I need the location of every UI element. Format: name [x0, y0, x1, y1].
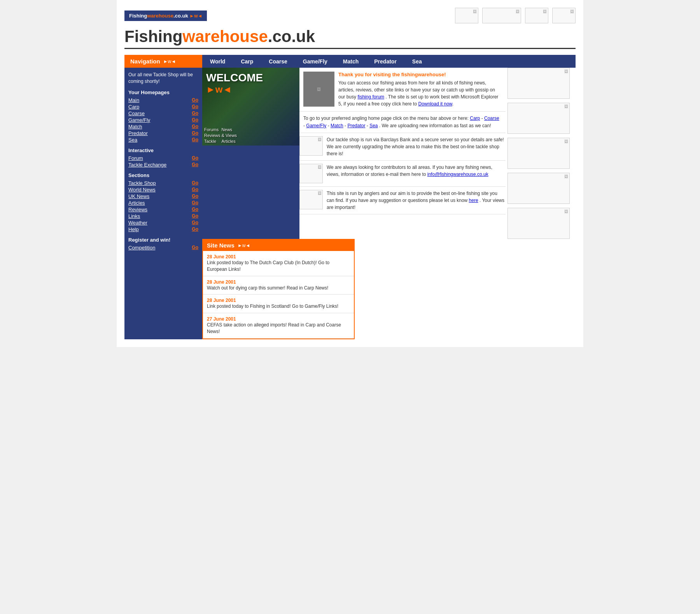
top-icon-2[interactable]: [482, 8, 521, 23]
sidebar-go-articles[interactable]: Go: [192, 200, 198, 205]
news-item-4: 27 June 2001 CEFAS take action on allege…: [203, 313, 354, 339]
sidebar-link-competition[interactable]: Competition: [128, 245, 155, 251]
sidebar-link-main[interactable]: Main: [128, 97, 139, 103]
far-right-img-3[interactable]: [508, 138, 570, 169]
top-logo-bar: Fishingwarehouse.co.uk ►w◄: [124, 8, 576, 23]
sidebar-link-weather[interactable]: Weather: [128, 220, 147, 226]
site-news-row: Site News ►w◄ 28 June 2001 Link posted t…: [202, 239, 576, 339]
nav-label: Navigation: [130, 58, 160, 65]
top-icon-1[interactable]: [455, 8, 478, 23]
sidebar-link-carp[interactable]: Carp: [128, 104, 139, 110]
far-right-img-1[interactable]: [508, 68, 570, 99]
nav-carp-link[interactable]: Carp: [470, 116, 480, 121]
sidebar-item-forum: Forum Go: [128, 155, 198, 161]
sidebar-go-reviews[interactable]: Go: [192, 207, 198, 212]
welcome-menu-forums[interactable]: Forums: [204, 127, 220, 132]
sidebar-link-gamefly[interactable]: Game/Fly: [128, 117, 150, 123]
welcome-menu-articles[interactable]: Articles: [222, 139, 238, 144]
sidebar-link-tackle-exchange[interactable]: Tackle Exchange: [128, 162, 166, 168]
info-text-3: This site is run by anglers and our aim …: [327, 190, 506, 211]
sidebar-link-predator[interactable]: Predator: [128, 130, 148, 136]
nav-gamefly-link[interactable]: Game/Fly: [306, 123, 326, 128]
sidebar-link-help[interactable]: Help: [128, 226, 139, 232]
info-2-email-link[interactable]: info@fishingwarehouse.co.uk: [427, 172, 488, 177]
far-right-img-5[interactable]: [508, 208, 570, 239]
sidebar-item-main: Main Go: [128, 97, 198, 103]
info-row-2: We are always looking for contributors t…: [299, 161, 506, 187]
sidebar-link-links[interactable]: Links: [128, 213, 140, 219]
sidebar-item-reviews: Reviews Go: [128, 207, 198, 212]
sidebar-link-forum[interactable]: Forum: [128, 155, 143, 161]
center-right: WELCOME ►w◄ Forums News Reviews & Views …: [202, 68, 576, 339]
info-3-here-link[interactable]: here: [469, 198, 478, 203]
site-news-title: Site News: [207, 242, 234, 249]
sidebar-go-links[interactable]: Go: [192, 213, 198, 219]
sidebar-link-sea[interactable]: Sea: [128, 137, 137, 143]
nav-item-gamefly[interactable]: Game/Fly: [295, 55, 335, 68]
welcome-menu-reviews[interactable]: Reviews: [204, 133, 220, 138]
sidebar-go-world-news[interactable]: Go: [192, 187, 198, 192]
sidebar-link-tackle-shop[interactable]: Tackle Shop: [128, 180, 156, 186]
sidebar-go-match[interactable]: Go: [192, 124, 198, 129]
welcome-menu-views[interactable]: & Views: [222, 133, 238, 138]
welcome-message-section: 🖼 Thank you for visiting the fishingware…: [299, 68, 506, 112]
sidebar-go-tackle-shop[interactable]: Go: [192, 180, 198, 186]
sidebar-go-coarse[interactable]: Go: [192, 111, 198, 116]
welcome-menu-tackle[interactable]: Tackle: [204, 139, 220, 144]
nav-item-world[interactable]: World: [202, 55, 233, 68]
nav-coarse-link[interactable]: Coarse: [484, 116, 499, 121]
sidebar-homepages-title: Your Homepages: [128, 89, 198, 95]
welcome-heading: WELCOME: [206, 72, 263, 84]
sidebar-register-title: Register and win!: [128, 237, 198, 243]
news-text-3: Link posted today to Fishing in Scotland…: [207, 303, 350, 310]
sidebar-go-help[interactable]: Go: [192, 226, 198, 232]
nav-predator-link[interactable]: Predator: [347, 123, 365, 128]
sidebar-item-coarse: Coarse Go: [128, 111, 198, 116]
nav-bar: Navigation ►w◄ World Carp Coarse Game/Fl…: [124, 55, 576, 68]
sidebar-go-uk-news[interactable]: Go: [192, 193, 198, 199]
sidebar-go-competition[interactable]: Go: [192, 245, 198, 250]
sidebar-link-coarse[interactable]: Coarse: [128, 111, 145, 116]
sidebar-link-reviews[interactable]: Reviews: [128, 207, 147, 212]
nav-match-link[interactable]: Match: [331, 123, 343, 128]
logo-banner[interactable]: Fishingwarehouse.co.uk ►w◄: [124, 11, 207, 21]
top-icon-3[interactable]: [525, 8, 548, 23]
far-right-img-4[interactable]: [508, 173, 570, 204]
sidebar-go-gamefly[interactable]: Go: [192, 117, 198, 123]
logo-warehouse: warehouse: [147, 13, 173, 19]
welcome-text-block: Thank you for visiting the fishingwareho…: [338, 72, 502, 107]
news-text-1: Link posted today to The Dutch Carp Club…: [207, 260, 350, 273]
sidebar-go-weather[interactable]: Go: [192, 220, 198, 225]
nav-item-carp[interactable]: Carp: [233, 55, 261, 68]
sidebar-go-predator[interactable]: Go: [192, 130, 198, 136]
sidebar-go-tackle-exchange[interactable]: Go: [192, 162, 198, 167]
sidebar-link-uk-news[interactable]: UK News: [128, 193, 149, 199]
nav-sea-link[interactable]: Sea: [369, 123, 378, 128]
news-spacer: [355, 239, 506, 339]
nav-item-sea[interactable]: Sea: [404, 55, 430, 68]
download-link[interactable]: Download it now: [418, 101, 452, 107]
sidebar: Our all new Tackle Shop will be coming s…: [124, 68, 202, 339]
nav-item-match[interactable]: Match: [335, 55, 366, 68]
top-icon-4[interactable]: [552, 8, 576, 23]
sidebar-go-carp[interactable]: Go: [192, 104, 198, 109]
far-right-img-2[interactable]: [508, 103, 570, 134]
sidebar-go-sea[interactable]: Go: [192, 137, 198, 142]
forum-link[interactable]: fishing forum: [357, 94, 384, 100]
news-text-2: Watch out for dying carp this summer! Re…: [207, 285, 350, 291]
sidebar-go-main[interactable]: Go: [192, 97, 198, 103]
nav-arrow-icon: ►w◄: [163, 59, 176, 64]
sidebar-link-match[interactable]: Match: [128, 124, 142, 130]
sidebar-item-weather: Weather Go: [128, 220, 198, 226]
title-fishing: Fishing: [124, 27, 182, 46]
welcome-menu-news[interactable]: News: [222, 127, 238, 132]
sidebar-item-competition: Competition Go: [128, 245, 198, 251]
sidebar-item-carp: Carp Go: [128, 104, 198, 110]
nav-item-coarse[interactable]: Coarse: [261, 55, 295, 68]
sidebar-link-world-news[interactable]: World News: [128, 187, 156, 193]
sidebar-link-articles[interactable]: Articles: [128, 200, 145, 206]
nav-item-predator[interactable]: Predator: [366, 55, 404, 68]
nav-sep3: -: [328, 123, 331, 128]
sidebar-item-links: Links Go: [128, 213, 198, 219]
sidebar-go-forum[interactable]: Go: [192, 155, 198, 161]
